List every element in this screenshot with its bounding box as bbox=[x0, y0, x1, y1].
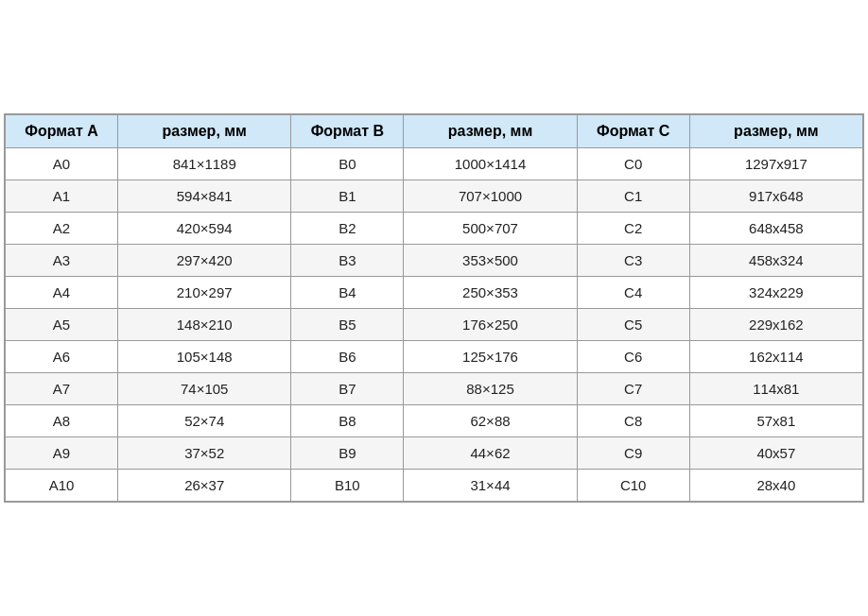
cell-sizeB-3: 353×500 bbox=[404, 245, 577, 277]
cell-sizeB-6: 125×176 bbox=[404, 341, 577, 373]
cell-formatA-6: А6 bbox=[6, 341, 118, 373]
cell-sizeB-10: 31×44 bbox=[404, 470, 577, 502]
cell-formatB-1: В1 bbox=[291, 180, 404, 213]
cell-formatB-5: В5 bbox=[291, 309, 404, 341]
cell-sizeB-9: 44×62 bbox=[404, 437, 577, 470]
cell-sizeA-6: 105×148 bbox=[118, 341, 291, 373]
header-format-c: Формат С bbox=[577, 115, 689, 148]
cell-formatC-5: C5 bbox=[577, 309, 689, 341]
cell-formatC-4: C4 bbox=[577, 277, 689, 309]
table-row: А3297×420В3353×500C3458x324 bbox=[6, 245, 863, 277]
cell-formatA-8: А8 bbox=[6, 405, 118, 437]
cell-formatB-6: В6 bbox=[291, 341, 404, 373]
cell-sizeB-5: 176×250 bbox=[404, 309, 577, 341]
cell-sizeC-3: 458x324 bbox=[689, 245, 862, 277]
cell-sizeA-7: 74×105 bbox=[118, 373, 291, 405]
table-row: А5148×210В5176×250C5229x162 bbox=[6, 309, 863, 341]
cell-formatB-4: В4 bbox=[291, 277, 404, 309]
table-row: А937×52В944×62C940x57 bbox=[6, 437, 863, 470]
cell-formatB-2: В2 bbox=[291, 213, 404, 245]
table-row: А1026×37В1031×44C1028x40 bbox=[6, 470, 863, 502]
cell-formatA-10: А10 bbox=[6, 470, 118, 502]
table-header-row: Формат А размер, мм Формат В размер, мм … bbox=[6, 115, 863, 148]
header-size-a: размер, мм bbox=[118, 115, 291, 148]
cell-formatA-0: А0 bbox=[6, 148, 118, 180]
cell-formatC-7: C7 bbox=[577, 373, 689, 405]
cell-sizeA-9: 37×52 bbox=[118, 437, 291, 470]
cell-formatB-0: В0 bbox=[291, 148, 404, 180]
cell-sizeA-3: 297×420 bbox=[118, 245, 291, 277]
cell-sizeA-8: 52×74 bbox=[118, 405, 291, 437]
cell-formatA-3: А3 bbox=[6, 245, 118, 277]
table-row: А852×74В862×88C857x81 bbox=[6, 405, 863, 437]
header-format-b: Формат В bbox=[291, 115, 404, 148]
cell-sizeA-5: 148×210 bbox=[118, 309, 291, 341]
header-size-c: размер, мм bbox=[689, 115, 862, 148]
table-row: А6105×148В6125×176C6162x114 bbox=[6, 341, 863, 373]
cell-formatA-7: А7 bbox=[6, 373, 118, 405]
cell-formatC-9: C9 bbox=[577, 437, 689, 470]
cell-formatB-3: В3 bbox=[291, 245, 404, 277]
table-row: А2420×594В2500×707C2648x458 bbox=[6, 213, 863, 245]
cell-formatA-1: А1 bbox=[6, 180, 118, 213]
cell-sizeA-0: 841×1189 bbox=[118, 148, 291, 180]
cell-sizeB-4: 250×353 bbox=[404, 277, 577, 309]
header-format-a: Формат А bbox=[6, 115, 118, 148]
cell-sizeC-5: 229x162 bbox=[689, 309, 862, 341]
paper-formats-table: Формат А размер, мм Формат В размер, мм … bbox=[4, 113, 864, 503]
cell-formatC-10: C10 bbox=[577, 470, 689, 502]
cell-formatB-9: В9 bbox=[291, 437, 404, 470]
cell-sizeA-10: 26×37 bbox=[118, 470, 291, 502]
cell-sizeA-1: 594×841 bbox=[118, 180, 291, 213]
cell-formatA-9: А9 bbox=[6, 437, 118, 470]
cell-formatB-7: В7 bbox=[291, 373, 404, 405]
cell-formatB-10: В10 bbox=[291, 470, 404, 502]
cell-sizeC-7: 114x81 bbox=[689, 373, 862, 405]
cell-formatB-8: В8 bbox=[291, 405, 404, 437]
table-row: А774×105В788×125C7114x81 bbox=[6, 373, 863, 405]
cell-sizeB-0: 1000×1414 bbox=[404, 148, 577, 180]
cell-formatC-1: C1 bbox=[577, 180, 689, 213]
cell-formatC-3: C3 bbox=[577, 245, 689, 277]
cell-sizeA-4: 210×297 bbox=[118, 277, 291, 309]
cell-sizeA-2: 420×594 bbox=[118, 213, 291, 245]
cell-sizeC-8: 57x81 bbox=[689, 405, 862, 437]
cell-formatC-6: C6 bbox=[577, 341, 689, 373]
cell-formatA-4: А4 bbox=[6, 277, 118, 309]
cell-formatA-5: А5 bbox=[6, 309, 118, 341]
cell-sizeC-4: 324x229 bbox=[689, 277, 862, 309]
cell-formatA-2: А2 bbox=[6, 213, 118, 245]
cell-sizeB-1: 707×1000 bbox=[404, 180, 577, 213]
cell-formatC-8: C8 bbox=[577, 405, 689, 437]
cell-sizeC-9: 40x57 bbox=[689, 437, 862, 470]
cell-sizeC-10: 28x40 bbox=[689, 470, 862, 502]
header-size-b: размер, мм bbox=[404, 115, 577, 148]
cell-sizeB-8: 62×88 bbox=[404, 405, 577, 437]
cell-sizeC-1: 917x648 bbox=[689, 180, 862, 213]
cell-sizeC-2: 648x458 bbox=[689, 213, 862, 245]
table-row: А1594×841В1707×1000C1917x648 bbox=[6, 180, 863, 213]
table-row: А0841×1189В01000×1414C01297x917 bbox=[6, 148, 863, 180]
cell-sizeC-0: 1297x917 bbox=[689, 148, 862, 180]
cell-formatC-0: C0 bbox=[577, 148, 689, 180]
cell-sizeB-2: 500×707 bbox=[404, 213, 577, 245]
cell-formatC-2: C2 bbox=[577, 213, 689, 245]
table-row: А4210×297В4250×353C4324x229 bbox=[6, 277, 863, 309]
cell-sizeC-6: 162x114 bbox=[689, 341, 862, 373]
cell-sizeB-7: 88×125 bbox=[404, 373, 577, 405]
